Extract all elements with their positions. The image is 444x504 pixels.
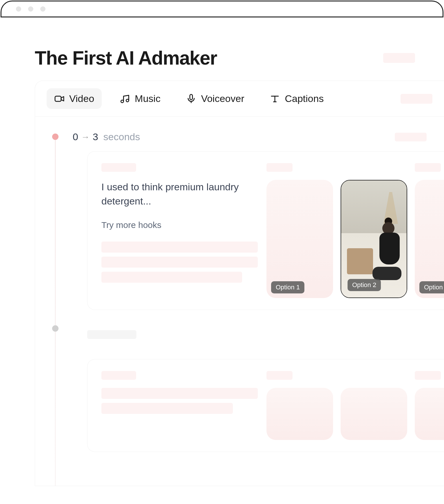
option-badge: Option 3: [419, 281, 444, 293]
window-chrome: [1, 1, 443, 17]
segment-unit: seconds: [103, 131, 140, 143]
label-placeholder: [101, 371, 136, 380]
tab-video[interactable]: Video: [47, 88, 102, 109]
segment-start: 0: [73, 131, 78, 143]
video-options-row: Option 1: [266, 163, 444, 298]
page-title: The First AI Admaker: [35, 47, 217, 69]
segment-card: I used to think premium laundry detergen…: [87, 151, 444, 310]
video-option-placeholder[interactable]: [341, 388, 407, 440]
timeline-dot-inactive[interactable]: [52, 325, 59, 332]
svg-rect-0: [55, 96, 61, 101]
video-option-2-selected[interactable]: Option 2: [341, 180, 407, 298]
tab-captions[interactable]: Captions: [262, 88, 331, 109]
title-action-placeholder: [383, 53, 415, 63]
video-option-column: [415, 371, 444, 440]
label-placeholder: [101, 163, 136, 172]
window-control-minimize[interactable]: [28, 6, 33, 12]
timeline-line: [55, 137, 56, 486]
window-control-close[interactable]: [16, 6, 21, 12]
text-placeholder: [101, 403, 233, 414]
segment-text-column: [101, 371, 258, 440]
option-header-placeholder: [266, 163, 293, 172]
video-options-row: [266, 371, 444, 440]
option-header-placeholder: [266, 371, 293, 380]
video-camera-icon: [54, 94, 65, 104]
main-panel: Video Music: [35, 81, 444, 486]
hook-suggestion-placeholder[interactable]: [101, 242, 258, 253]
segment-action-placeholder: [395, 133, 427, 141]
music-note-icon: [120, 94, 130, 104]
segment-text-column: I used to think premium laundry detergen…: [101, 163, 258, 298]
hook-suggestion-placeholder[interactable]: [101, 257, 258, 268]
tabs-action-placeholder: [401, 94, 432, 104]
video-option-1[interactable]: Option 1: [266, 180, 333, 298]
tabs-list: Video Music: [47, 88, 331, 109]
video-option-column: [266, 371, 333, 440]
try-more-hooks-link[interactable]: Try more hooks: [101, 220, 258, 230]
title-row: The First AI Admaker: [0, 18, 444, 81]
segment-header: 0 → 3 seconds: [73, 131, 140, 143]
video-option-3[interactable]: Option 3: [415, 180, 444, 298]
arrow-right-icon: →: [81, 132, 90, 142]
segment-end: 3: [93, 131, 98, 143]
tab-music[interactable]: Music: [112, 88, 168, 109]
segment-card-placeholder: [87, 359, 444, 452]
hook-suggestion-placeholder[interactable]: [101, 272, 242, 283]
option-header-placeholder: [415, 371, 441, 380]
tab-label: Voiceover: [201, 93, 244, 104]
microphone-icon: [186, 94, 196, 104]
tabs-bar: Video Music: [35, 81, 444, 117]
text-placeholder: [101, 388, 258, 399]
option-badge: Option 2: [348, 279, 381, 291]
timeline-body: 0 → 3 seconds I used to think premium la…: [35, 117, 444, 452]
tab-label: Music: [135, 93, 160, 104]
video-option-column: Option 1: [266, 163, 333, 298]
segment-header-row: 0 → 3 seconds: [55, 131, 444, 143]
video-option-placeholder[interactable]: [266, 388, 333, 440]
video-option-column: Option 3: [415, 163, 444, 298]
tab-voiceover[interactable]: Voiceover: [178, 88, 252, 109]
tab-label: Captions: [285, 93, 324, 104]
segment-2-header-placeholder: [87, 330, 136, 339]
video-option-column: [341, 371, 407, 440]
svg-rect-3: [190, 94, 193, 100]
window-control-zoom[interactable]: [40, 6, 45, 12]
hook-text: I used to think premium laundry detergen…: [101, 180, 258, 209]
segment-time-range: 0 → 3: [73, 131, 98, 143]
text-icon: [270, 94, 280, 104]
option-badge: Option 1: [271, 281, 304, 293]
video-option-placeholder[interactable]: [415, 388, 444, 440]
timeline-dot-active[interactable]: [52, 134, 59, 140]
tab-label: Video: [69, 93, 94, 104]
option-header-placeholder: [415, 163, 441, 172]
video-option-column: Option 2: [341, 163, 407, 298]
